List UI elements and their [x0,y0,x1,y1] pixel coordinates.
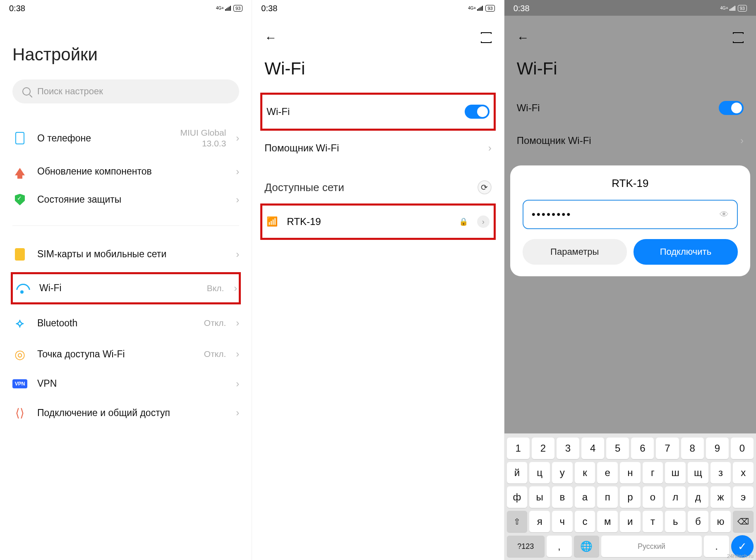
wifi-toggle[interactable] [465,105,490,119]
key-5[interactable]: 5 [606,438,629,459]
key-0[interactable]: 0 [731,438,754,459]
key-й[interactable]: й [507,462,528,483]
network-row[interactable]: 📶 RTK-19 🔒 › [262,206,493,238]
key-к[interactable]: к [575,462,595,483]
key-backspace[interactable]: ⌫ [733,511,754,532]
phone-icon [15,132,24,144]
key-language[interactable]: 🌐 [574,536,599,557]
chevron-right-icon: › [236,132,239,144]
key-е[interactable]: е [597,462,618,483]
wifi-screen: 0:38 4G+ 93 ← Wi-Fi Wi-Fi Помощник Wi-Fi… [252,0,504,560]
connect-button[interactable]: Подключить [634,239,738,265]
key-ж[interactable]: ж [710,486,731,508]
qr-scan-icon[interactable] [481,32,492,43]
key-я[interactable]: я [529,511,550,532]
key-numbers[interactable]: ?123 [507,536,545,557]
key-4[interactable]: 4 [581,438,604,459]
key-р[interactable]: р [620,486,641,508]
key-6[interactable]: 6 [631,438,654,459]
settings-screen: 0:38 4G+ 93 Настройки Поиск настроек О т… [0,0,252,560]
vpn-icon: VPN [12,379,28,388]
component-update-row[interactable]: Обновление компонентов › [12,158,239,186]
key-8[interactable]: 8 [681,438,704,459]
qr-scan-icon[interactable] [733,32,744,43]
clock: 0:38 [514,4,530,13]
key-п[interactable]: п [597,486,618,508]
vpn-row[interactable]: VPN VPN › [12,370,239,398]
back-button[interactable]: ← [517,31,529,45]
key-с[interactable]: с [575,511,595,532]
highlight-wifi-toggle: Wi-Fi [260,93,495,131]
security-status-row[interactable]: Состояние защиты › [12,186,239,214]
key-1[interactable]: 1 [507,438,530,459]
hotspot-row[interactable]: ◎ Точка доступа Wi-Fi Откл. › [12,339,239,370]
wifi-assistant-row[interactable]: Помощник Wi-Fi › [504,125,756,156]
key-ь[interactable]: ь [665,511,686,532]
key-х[interactable]: х [733,462,754,483]
wifi-toggle[interactable] [719,101,744,115]
back-button[interactable]: ← [264,31,277,45]
key-space[interactable]: Русский [601,536,702,557]
key-ю[interactable]: ю [710,511,731,532]
key-comma[interactable]: , [547,536,572,557]
signal-icon [477,6,483,11]
about-phone-row[interactable]: О телефоне MIUI Global 13.0.3 › [12,119,239,158]
search-input[interactable]: Поиск настроек [12,79,239,103]
kb-row-3: фывапролджэ [507,486,754,508]
wifi-toggle-row[interactable]: Wi-Fi [262,95,493,129]
key-7[interactable]: 7 [656,438,679,459]
params-button[interactable]: Параметры [523,239,627,265]
lock-icon: 🔒 [459,217,468,226]
key-и[interactable]: и [620,511,641,532]
key-у[interactable]: у [552,462,573,483]
key-з[interactable]: з [710,462,731,483]
clock: 0:38 [261,4,277,13]
key-б[interactable]: б [688,511,708,532]
available-networks-header: Доступные сети ⟳ [252,164,504,202]
key-щ[interactable]: щ [688,462,708,483]
key-э[interactable]: э [733,486,754,508]
key-ц[interactable]: ц [529,462,550,483]
chevron-right-icon: › [236,407,239,419]
key-в[interactable]: в [552,486,573,508]
bluetooth-row[interactable]: ⟡ Bluetooth Откл. › [12,308,239,339]
kb-row-1: 1234567890 [507,438,754,459]
key-д[interactable]: д [688,486,708,508]
search-icon [22,87,31,96]
network-type: 4G+ [216,6,224,10]
key-а[interactable]: а [575,486,595,508]
chevron-right-icon: › [236,378,239,390]
key-ч[interactable]: ч [552,511,573,532]
key-о[interactable]: о [643,486,663,508]
key-н[interactable]: н [620,462,641,483]
chevron-right-icon: › [740,135,744,146]
page-title: Настройки [12,45,239,65]
wifi-assistant-row[interactable]: Помощник Wi-Fi › [252,132,504,164]
connection-sharing-row[interactable]: ⟨⟩ Подключение и общий доступ › [12,398,239,428]
share-icon: ⟨⟩ [15,406,24,420]
network-details-button[interactable]: › [477,215,490,228]
highlight-network: 📶 RTK-19 🔒 › [260,203,495,240]
key-ш[interactable]: ш [665,462,686,483]
key-dot[interactable]: . [704,536,729,557]
toggle-password-visibility[interactable]: 👁 [720,209,729,220]
key-ф[interactable]: ф [507,486,528,508]
key-shift[interactable]: ⇧ [507,511,528,532]
password-input[interactable]: •••••••• 👁 [523,200,738,229]
sim-cards-row[interactable]: SIM-карты и мобильные сети › [12,240,239,269]
key-9[interactable]: 9 [706,438,729,459]
key-2[interactable]: 2 [532,438,554,459]
wifi-toggle-row[interactable]: Wi-Fi [504,91,756,125]
key-ы[interactable]: ы [529,486,550,508]
kb-row-2: йцукенгшщзх [507,462,754,483]
key-л[interactable]: л [665,486,686,508]
network-name: RTK-19 [287,216,321,227]
key-м[interactable]: м [597,511,618,532]
refresh-button[interactable]: ⟳ [478,180,492,194]
wifi-row[interactable]: Wi-Fi Вкл. › [14,275,237,302]
network-type: 4G+ [468,6,476,10]
key-т[interactable]: т [643,511,663,532]
bluetooth-icon: ⟡ [16,316,24,330]
key-3[interactable]: 3 [557,438,579,459]
key-г[interactable]: г [643,462,663,483]
